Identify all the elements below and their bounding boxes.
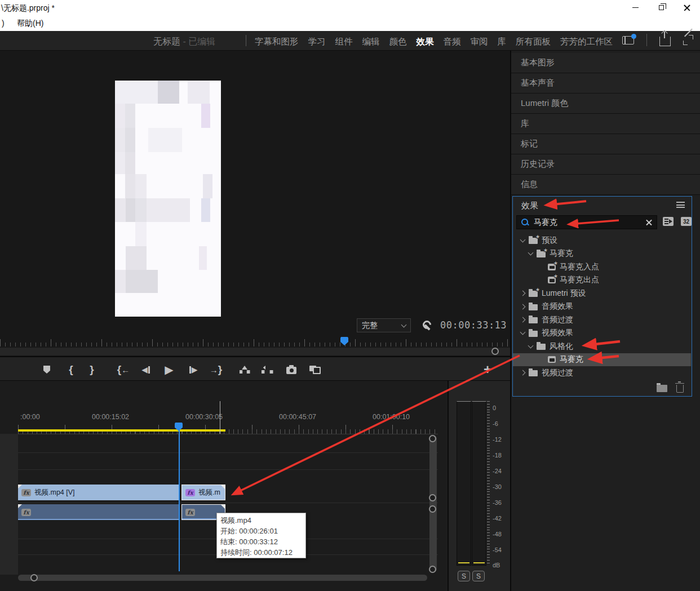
- monitor-mini-timeline[interactable]: [0, 338, 510, 346]
- comparison-view-button[interactable]: [307, 357, 324, 382]
- tree-item-video-effects[interactable]: 视频效果: [513, 327, 691, 340]
- export-share-icon[interactable]: [659, 37, 671, 46]
- monitor-scroll-handle[interactable]: [491, 348, 499, 355]
- minimize-button[interactable]: [622, 0, 648, 15]
- accelerated-effects-icon[interactable]: [663, 217, 674, 226]
- chevron-right-icon[interactable]: [520, 291, 526, 296]
- document-title: 无标题 - 已编辑: [153, 36, 215, 48]
- go-to-out-button[interactable]: →}: [206, 357, 225, 382]
- timeline-vertical-scrollbar[interactable]: [429, 435, 437, 572]
- chevron-down-icon[interactable]: [520, 237, 526, 242]
- close-button[interactable]: [674, 0, 700, 15]
- panel-tab-info[interactable]: 信息: [511, 175, 700, 195]
- tab-learning[interactable]: 学习: [308, 36, 326, 48]
- tree-item-presets[interactable]: 预设: [513, 234, 691, 247]
- work-area-bar[interactable]: [18, 429, 225, 432]
- chevron-right-icon[interactable]: [520, 304, 526, 309]
- mark-out-button[interactable]: }: [84, 357, 100, 382]
- chevron-right-icon[interactable]: [520, 370, 526, 376]
- mark-in-button[interactable]: {: [63, 357, 79, 382]
- folder-icon: [529, 331, 538, 337]
- menu-item-partial[interactable]: ): [2, 19, 5, 28]
- 32bit-color-icon[interactable]: 32: [681, 217, 692, 226]
- solo-button-1[interactable]: S: [458, 571, 470, 581]
- timeline-horizontal-scrollbar[interactable]: [18, 575, 427, 581]
- fx-badge-applied[interactable]: fx: [185, 489, 195, 496]
- panel-tab-lumetri-color[interactable]: Lumetri 颜色: [511, 94, 700, 114]
- tree-item-mosaic-in[interactable]: 马赛克入点: [513, 260, 691, 274]
- lift-button[interactable]: [237, 357, 252, 382]
- extract-button[interactable]: [259, 357, 276, 382]
- chevron-down-icon[interactable]: [528, 250, 534, 256]
- effects-panel-title[interactable]: 效果: [521, 201, 538, 211]
- tree-item-mosaic-effect-selected[interactable]: 马赛克: [513, 353, 691, 367]
- tree-item-audio-effects[interactable]: 音频效果: [513, 300, 691, 314]
- fullscreen-icon[interactable]: [683, 35, 693, 45]
- tab-custom-workspace[interactable]: 芳芳的工作区: [560, 36, 613, 48]
- scroll-handle[interactable]: [429, 505, 436, 513]
- go-to-in-button[interactable]: {←: [114, 357, 133, 382]
- mark-out-icon: }: [90, 363, 94, 376]
- export-frame-button[interactable]: [283, 357, 299, 382]
- tab-assembly[interactable]: 组件: [335, 36, 353, 48]
- tab-effects[interactable]: 效果: [417, 36, 434, 48]
- search-input[interactable]: [534, 218, 641, 227]
- video-clip-2-selected[interactable]: fx 视频.m: [181, 485, 225, 500]
- scroll-handle[interactable]: [30, 574, 38, 581]
- panel-tab-markers[interactable]: 标记: [511, 134, 700, 154]
- tab-captions-graphics[interactable]: 字幕和图形: [255, 36, 299, 48]
- tab-review[interactable]: 审阅: [471, 36, 488, 48]
- tree-item-lumetri-presets[interactable]: Lumetri 预设: [513, 287, 691, 300]
- zoom-level-select[interactable]: 完整: [357, 318, 411, 332]
- chevron-down-icon[interactable]: [528, 343, 534, 348]
- ruler-label: 00:00:30:05: [185, 413, 223, 421]
- effects-search-box[interactable]: [516, 215, 657, 229]
- fx-badge[interactable]: fx: [21, 489, 31, 496]
- play-button[interactable]: ▶: [161, 357, 177, 382]
- solo-button-2[interactable]: S: [472, 571, 485, 581]
- restore-icon: [659, 5, 664, 10]
- mark-in-icon: {: [69, 363, 73, 376]
- panel-tab-history[interactable]: 历史记录: [511, 154, 700, 175]
- tree-item-video-transitions[interactable]: 视频过渡: [513, 366, 691, 380]
- scroll-handle[interactable]: [429, 435, 436, 442]
- new-bin-icon[interactable]: [657, 385, 667, 392]
- divider: [646, 34, 647, 46]
- tab-color[interactable]: 颜色: [389, 36, 407, 48]
- tab-editing[interactable]: 编辑: [362, 36, 380, 48]
- tree-item-stylize[interactable]: 风格化: [513, 340, 691, 353]
- step-forward-button[interactable]: ▶: [185, 357, 202, 382]
- panel-menu-icon[interactable]: [676, 202, 685, 208]
- menu-item-help[interactable]: 帮助(H): [17, 19, 43, 29]
- video-clip-1[interactable]: fx 视频.mp4 [V]: [18, 485, 179, 500]
- chevron-down-icon[interactable]: [520, 330, 526, 335]
- monitor-scrollbar[interactable]: [0, 348, 510, 356]
- chevron-right-icon[interactable]: [520, 317, 526, 323]
- settings-wrench-icon[interactable]: [422, 320, 432, 330]
- scroll-handle[interactable]: [429, 494, 436, 501]
- fx-badge[interactable]: fx: [21, 509, 31, 516]
- ruler-label: :00:00: [20, 413, 40, 421]
- add-marker-button[interactable]: [38, 357, 55, 382]
- window-title: \无标题.prproj *: [1, 3, 55, 14]
- scroll-handle[interactable]: [429, 566, 436, 573]
- step-back-button[interactable]: ◀: [138, 357, 154, 382]
- timeline-ruler[interactable]: [18, 421, 438, 434]
- audio-clip-1[interactable]: fx: [18, 504, 179, 520]
- clear-search-icon[interactable]: [646, 219, 652, 225]
- tree-item-mosaic-out[interactable]: 马赛克出点: [513, 274, 691, 287]
- workspace-switcher-icon[interactable]: [622, 36, 634, 45]
- panel-tab-essential-sound[interactable]: 基本声音: [511, 73, 700, 94]
- tree-item-audio-transitions[interactable]: 音频过渡: [513, 313, 691, 327]
- fx-badge[interactable]: fx: [185, 509, 195, 516]
- trash-icon[interactable]: [676, 385, 684, 393]
- tab-libraries[interactable]: 库: [498, 36, 507, 48]
- panel-tab-essential-graphics[interactable]: 基本图形: [511, 53, 700, 73]
- monitor-timecode: 00:00:33:13: [440, 319, 507, 331]
- restore-button[interactable]: [648, 0, 674, 15]
- button-editor-button[interactable]: +: [479, 357, 496, 382]
- tree-item-mosaic-bin[interactable]: 马赛克: [513, 247, 691, 261]
- tab-all-panels[interactable]: 所有面板: [516, 36, 551, 48]
- panel-tab-libraries[interactable]: 库: [511, 114, 700, 134]
- tab-audio[interactable]: 音频: [444, 36, 461, 48]
